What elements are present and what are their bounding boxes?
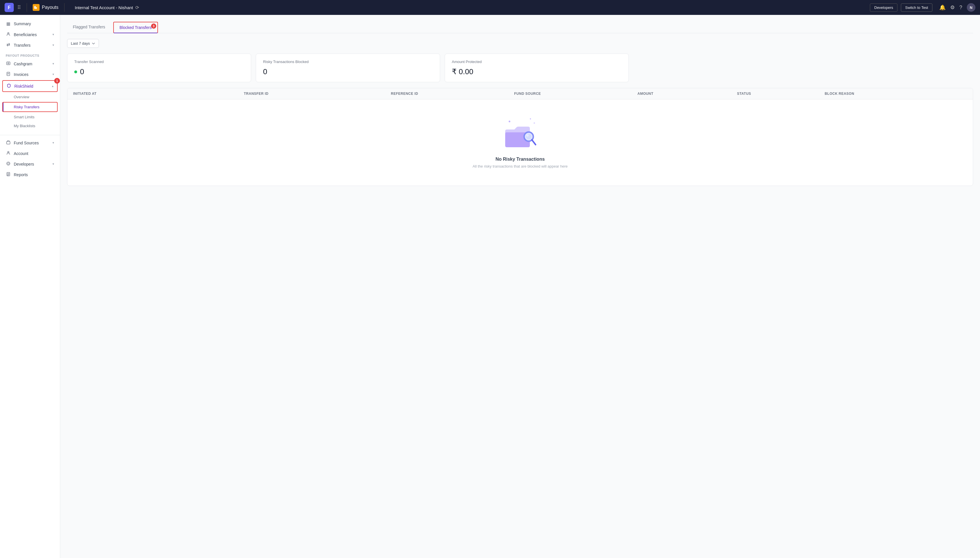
sidebar-item-label-summary: Summary: [14, 21, 31, 26]
refresh-icon[interactable]: ⟳: [135, 5, 139, 10]
chevron-up-icon-riskshield: ▴: [52, 84, 54, 88]
chevron-down-icon: ▾: [53, 33, 54, 36]
summary-icon: ▦: [6, 21, 11, 26]
tab-flagged-transfers[interactable]: Flagged Transfers: [67, 22, 111, 33]
illus-dot-2: [530, 118, 531, 120]
date-filter-label: Last 7 days: [71, 41, 90, 46]
empty-state: No Risky Transactions All the risky tran…: [68, 99, 973, 185]
account-name: Internal Test Account - Nishant ⟳: [75, 5, 139, 10]
gear-icon[interactable]: ⚙: [950, 4, 955, 11]
svg-point-14: [526, 135, 529, 137]
sidebar-item-beneficiaries[interactable]: Beneficiaries ▾: [0, 29, 60, 40]
chevron-down-icon-transfers: ▾: [53, 43, 54, 47]
sidebar-sub-label-risky-transfers: Risky Transfers: [14, 105, 40, 109]
sidebar-item-developers[interactable]: Developers ▾: [0, 159, 60, 169]
stat-card-transfer-scanned: Transfer Scanned 0: [67, 54, 251, 82]
top-navigation: F ⠿ Payouts Internal Test Account - Nish…: [0, 0, 980, 15]
app-logo[interactable]: F: [5, 3, 14, 12]
chevron-down-icon-developers: ▾: [53, 162, 54, 166]
col-transfer-id: Transfer ID: [244, 92, 387, 96]
sidebar-item-label-transfers: Transfers: [14, 43, 31, 48]
nav-icons: 🔔 ⚙ ? N: [939, 3, 975, 12]
illus-dot-1: [509, 121, 511, 122]
tabs-container: Flagged Transfers Blocked Transfers 3: [67, 22, 973, 33]
col-initiated-at: Initiated At: [73, 92, 239, 96]
sidebar-item-label-reports: Reports: [14, 172, 28, 177]
col-block-reason: Block Reason: [825, 92, 967, 96]
tab-blocked-transfers[interactable]: Blocked Transfers 3: [113, 22, 158, 33]
col-reference-id: Reference ID: [391, 92, 509, 96]
sidebar-sub-item-overview[interactable]: Overview: [0, 92, 60, 102]
app-name: Payouts: [33, 4, 58, 11]
invoices-icon: [6, 72, 11, 77]
sidebar-item-account[interactable]: Account: [0, 148, 60, 159]
riskshield-badge: 1: [54, 78, 60, 84]
stat-cards-spacer: [633, 54, 973, 82]
stat-card-amount-protected: Amount Protected ₹ 0.00: [445, 54, 629, 82]
stat-label-amount-protected: Amount Protected: [452, 59, 622, 64]
app-name-label: Payouts: [42, 5, 58, 10]
svg-rect-7: [7, 72, 10, 75]
sidebar-item-invoices[interactable]: Invoices ▾: [0, 69, 60, 80]
sidebar-item-reports[interactable]: Reports: [0, 169, 60, 180]
empty-state-title: No Risky Transactions: [496, 157, 545, 162]
beneficiaries-icon: [6, 32, 11, 37]
grid-icon[interactable]: ⠿: [17, 4, 21, 11]
fund-sources-icon: [6, 140, 11, 145]
chevron-down-icon-invoices: ▾: [53, 72, 54, 76]
nav-divider-2: [64, 3, 64, 12]
sidebar-bottom-section: Fund Sources ▾ Account: [0, 135, 60, 180]
blocked-transfers-table: Initiated At Transfer ID Reference ID Fu…: [67, 88, 973, 186]
sidebar-item-label-beneficiaries: Beneficiaries: [14, 32, 37, 37]
sidebar-item-label-developers: Developers: [14, 162, 34, 166]
reports-icon: [6, 172, 11, 177]
col-amount: Amount: [637, 92, 732, 96]
cashgram-icon: [6, 61, 11, 66]
sidebar-item-transfers[interactable]: Transfers ▾: [0, 40, 60, 51]
risky-transfers-highlight-container: Risky Transfers: [2, 102, 58, 112]
sidebar: ▦ Summary Beneficiaries ▾ Transfers ▾ PA…: [0, 15, 60, 558]
sidebar-item-fund-sources[interactable]: Fund Sources ▾: [0, 138, 60, 148]
stat-card-risky-blocked: Risky Transactions Blocked 0: [256, 54, 440, 82]
sidebar-section-payout-products: PAYOUT PRODUCTS: [0, 52, 60, 58]
illus-dot-3: [534, 122, 535, 124]
blocked-transfers-badge: 3: [151, 23, 156, 29]
stat-label-risky-blocked: Risky Transactions Blocked: [263, 59, 433, 64]
main-content: Flagged Transfers Blocked Transfers 3 La…: [60, 15, 980, 558]
sidebar-item-label-invoices: Invoices: [14, 72, 28, 77]
filter-row: Last 7 days: [67, 39, 973, 48]
sidebar-item-cashgram[interactable]: Cashgram ▾: [0, 58, 60, 69]
date-filter-dropdown[interactable]: Last 7 days: [67, 39, 99, 48]
sidebar-sub-item-smart-limits[interactable]: Smart Limits: [0, 113, 60, 121]
sidebar-item-riskshield[interactable]: RiskShield ▴: [3, 81, 57, 91]
empty-illustration: [503, 117, 537, 151]
sidebar-sub-item-risky-transfers[interactable]: Risky Transfers: [3, 103, 57, 112]
chevron-down-icon-cashgram: ▾: [53, 62, 54, 66]
account-name-text: Internal Test Account - Nishant: [75, 5, 133, 10]
stat-value-transfer-scanned: 0: [74, 67, 244, 76]
svg-point-9: [8, 151, 9, 153]
bell-icon[interactable]: 🔔: [939, 4, 945, 11]
riskshield-icon: [6, 84, 12, 89]
svg-point-6: [8, 63, 9, 64]
riskshield-highlight-container: RiskShield ▴ 1: [2, 80, 58, 92]
svg-point-4: [8, 33, 9, 34]
stat-label-transfer-scanned: Transfer Scanned: [74, 59, 244, 64]
switch-to-test-button[interactable]: Switch to Test: [901, 3, 932, 12]
svg-text:F: F: [8, 5, 11, 10]
sidebar-sub-label-my-blacklists: My Blacklists: [14, 124, 35, 128]
developers-button[interactable]: Developers: [870, 3, 898, 12]
sidebar-item-summary[interactable]: ▦ Summary: [0, 18, 60, 29]
payouts-icon: [33, 4, 40, 11]
sidebar-item-label-cashgram: Cashgram: [14, 62, 32, 66]
stat-value-amount-protected: ₹ 0.00: [452, 67, 622, 76]
sidebar-sub-item-my-blacklists[interactable]: My Blacklists: [0, 121, 60, 130]
stat-value-risky-blocked: 0: [263, 67, 433, 76]
help-icon[interactable]: ?: [959, 5, 962, 11]
stats-row: Transfer Scanned 0 Risky Transactions Bl…: [67, 54, 973, 82]
chevron-down-icon-filter: [92, 42, 95, 45]
avatar[interactable]: N: [967, 3, 975, 12]
magnifier-shape: [523, 131, 537, 147]
sidebar-sub-label-overview: Overview: [14, 95, 29, 99]
svg-line-15: [532, 140, 535, 144]
